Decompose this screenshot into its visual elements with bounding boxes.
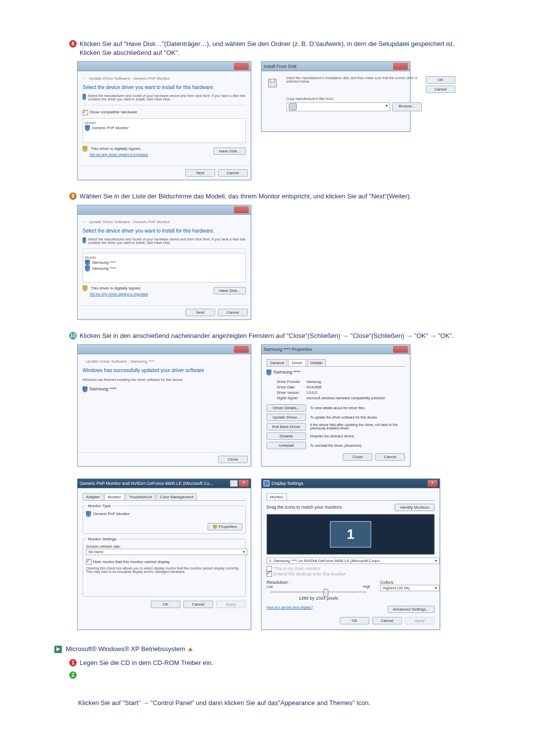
res-val: 1280 by 1024 pixels [267, 596, 370, 601]
properties-button[interactable]: Properties [208, 523, 242, 530]
hide-label: Hide modes that this monitor cannot disp… [93, 559, 170, 564]
copy-label: Copy manufacturer's files from: [286, 97, 422, 100]
disk-icon [267, 76, 278, 90]
props-title: Samsung **** Properties [264, 347, 312, 352]
rollback-desc: If the device fails after updating the d… [310, 423, 405, 430]
cancel-button[interactable]: Cancel [218, 169, 248, 177]
display-icon [264, 480, 269, 486]
have-disk-button[interactable]: Have Disk... [214, 147, 246, 155]
version-val: 2.0.0.0 [303, 390, 386, 395]
device-icon [83, 94, 86, 100]
monitor-icon [85, 266, 90, 272]
resolution-slider[interactable]: |||||||| [270, 591, 366, 593]
cancel-button-ds[interactable]: Cancel [372, 617, 402, 624]
tab-details[interactable]: Details [307, 359, 326, 366]
path-select[interactable]: ▾ [286, 102, 390, 111]
xp-section-title: Microsoft® Windows® XP Betriebssystem [66, 645, 185, 654]
update-driver-button[interactable]: Update Driver... [267, 414, 306, 421]
model-col-b: Model [85, 255, 243, 260]
refresh-select[interactable]: 60 Hertz▾ [86, 549, 247, 555]
step9-num: 9 [69, 192, 77, 200]
cert-icon [83, 146, 88, 152]
display-arrangement[interactable]: 1 [267, 514, 435, 555]
ok-button-mp[interactable]: OK [151, 601, 180, 608]
breadcrumb-c: Update Driver Software - Samsung **** [86, 359, 155, 364]
refresh-label: Screen refresh rate: [86, 544, 242, 549]
advanced-button[interactable]: Advanced Settings... [388, 606, 435, 613]
close-icon[interactable]: × [239, 480, 249, 487]
update-desc: To update the driver software for this d… [310, 416, 405, 419]
section-bullet [54, 646, 62, 653]
model-item-2[interactable]: Samsung **** [92, 266, 116, 271]
browse-button[interactable]: Browse... [392, 102, 422, 111]
collapse-icon[interactable] [188, 647, 193, 651]
uninstall-button[interactable]: Uninstall [267, 442, 306, 449]
close-button-p[interactable]: Close [343, 453, 372, 461]
tab-monitor-mp[interactable]: Monitor [104, 493, 125, 500]
close-icon[interactable] [234, 63, 249, 70]
minimize-icon[interactable] [230, 480, 238, 487]
svg-rect-1 [270, 79, 274, 82]
sign-link-b[interactable]: Tell me why driver signing is important [89, 292, 148, 296]
xp-step2-num: 2 [69, 671, 77, 679]
extend-checkbox [267, 571, 272, 577]
type-val: Generic PnP Monitor [93, 512, 130, 516]
high-label: High [363, 585, 370, 588]
identify-button[interactable]: Identify Monitors [395, 504, 435, 511]
disable-desc: Disables the selected device. [310, 434, 405, 438]
disable-button[interactable]: Disable [267, 432, 306, 440]
model-item[interactable]: Generic PnP Monitor [92, 126, 129, 130]
version-label: Driver Version: [276, 390, 302, 395]
step9-text: Wählen Sie in der Liste der Bildschirme … [80, 192, 411, 201]
dialog-properties: Samsung **** Properties General Driver D… [261, 344, 410, 467]
device-icon-c [83, 386, 88, 392]
close-icon[interactable] [234, 206, 249, 213]
driver-details-button[interactable]: Driver Details... [267, 404, 306, 412]
compat-checkbox[interactable] [83, 110, 88, 115]
tab-trouble[interactable]: Troubleshoot [126, 493, 155, 500]
tab-adapter[interactable]: Adapter [83, 493, 103, 500]
main-label: This is my main monitor [273, 566, 320, 571]
heading-c: Windows has successfully updated your dr… [83, 368, 246, 373]
device-icon [83, 237, 86, 243]
dialog-update-driver-b: ← Update Driver Software - Generic PnP M… [77, 205, 251, 320]
model-col: Model [85, 121, 243, 125]
date-val: 4/14/2005 [303, 385, 386, 389]
cancel-button[interactable]: Cancel [426, 86, 455, 93]
hide-checkbox[interactable] [86, 559, 91, 565]
dialog-update-driver-a: ← Update Driver Software - Generic PnP M… [77, 61, 251, 180]
cancel-button-p[interactable]: Cancel [375, 453, 405, 461]
next-button[interactable]: Next [185, 169, 215, 177]
tab-monitor-ds[interactable]: Monitor [267, 493, 287, 500]
have-disk-button-b[interactable]: Have Disk... [214, 287, 246, 294]
cancel-button-b[interactable]: Cancel [218, 309, 248, 316]
close-icon[interactable] [393, 346, 408, 353]
extend-label: Extend the desktop onto this monitor [273, 571, 346, 576]
monitor-icon [85, 125, 90, 131]
signer-val: microsoft windows hardware compatibility… [303, 396, 386, 400]
tab-color[interactable]: Color Management [156, 493, 197, 500]
close-button[interactable]: Close [218, 456, 248, 463]
sign-link[interactable]: Tell me why driver signing is important [89, 153, 148, 156]
ok-button[interactable]: OK [426, 76, 455, 84]
model-item-1[interactable]: Samsung **** [92, 260, 116, 265]
apply-button-ds: Apply [405, 617, 435, 624]
dialog-install-from-disk: Install From Disk Insert the manufacture… [261, 61, 410, 132]
cancel-button-mp[interactable]: Cancel [183, 601, 213, 608]
close-icon[interactable] [393, 63, 408, 70]
props-device: Samsung **** [273, 370, 301, 375]
best-link[interactable]: How do I get the best display? [267, 606, 313, 613]
tab-driver[interactable]: Driver [288, 359, 306, 366]
rollback-button[interactable]: Roll Back Driver [267, 423, 306, 430]
display-select[interactable]: 1. Samsung **** on NVIDIA GeForce 6600 L… [267, 558, 440, 564]
close-icon[interactable]: × [428, 480, 438, 487]
next-button-b[interactable]: Next [185, 309, 215, 316]
display-1[interactable]: 1 [330, 521, 371, 548]
ok-button-ds[interactable]: OK [340, 617, 369, 624]
colors-select[interactable]: Highest (32 bit)▾ [380, 585, 440, 591]
close-icon[interactable] [234, 346, 249, 353]
desc-c: Windows has finished installing the driv… [83, 378, 246, 381]
step8-num: 8 [69, 40, 77, 47]
tab-general[interactable]: General [267, 359, 287, 366]
device-name-c: Samsung **** [89, 386, 117, 391]
